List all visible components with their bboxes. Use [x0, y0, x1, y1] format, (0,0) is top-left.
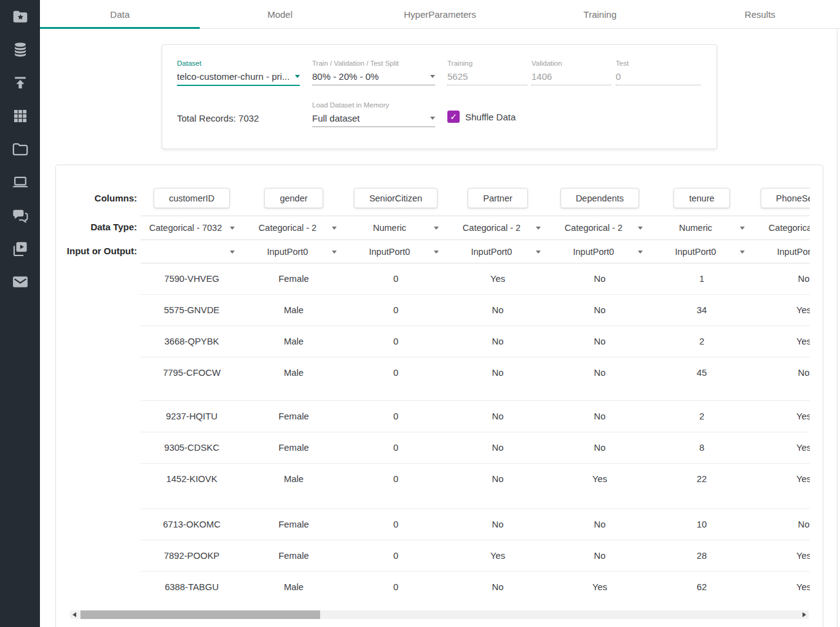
scroll-right-arrow-icon[interactable]	[803, 612, 806, 617]
cell: Female	[243, 401, 345, 432]
table-row: 3668-QPYBKMale0NoNo2Yes	[141, 326, 810, 357]
input-output-select-PhoneService[interactable]: InputPort0	[753, 240, 810, 263]
cell: 6713-OKOMC	[141, 509, 243, 540]
chevron-down-icon	[295, 75, 300, 78]
cell: Yes	[447, 263, 549, 294]
sidebar-item-chat[interactable]	[0, 199, 40, 232]
cell: 0	[345, 432, 447, 463]
sidebar-item-datasets[interactable]	[0, 33, 40, 66]
horizontal-scrollbar[interactable]	[70, 610, 809, 619]
chevron-down-icon	[430, 117, 435, 120]
column-chip-SeniorCitizen[interactable]: SeniorCitizen	[354, 188, 438, 208]
scroll-left-arrow-icon[interactable]	[73, 612, 76, 617]
chevron-down-icon	[230, 251, 235, 254]
cell: 0	[345, 263, 447, 294]
data-type-select-tenure[interactable]: Numeric	[651, 216, 753, 240]
tab-training[interactable]: Training	[520, 0, 680, 28]
table-row: 7795-CFOCWMale0NoNo45No	[141, 357, 810, 401]
tab-model[interactable]: Model	[200, 0, 359, 28]
cell: Yes	[753, 572, 810, 602]
sidebar-item-upload[interactable]	[0, 66, 40, 99]
input-output-select-Partner[interactable]: InputPort0	[447, 240, 549, 263]
column-chip-Dependents[interactable]: Dependents	[560, 188, 639, 208]
grid-icon	[11, 107, 29, 125]
column-chip-Partner[interactable]: Partner	[468, 188, 528, 208]
chevron-down-icon	[740, 227, 745, 230]
dataset-label: Dataset	[177, 58, 300, 68]
cell: No	[753, 263, 810, 294]
cell: 3668-QPYBK	[141, 326, 243, 357]
data-type-row-label: Data Type:	[90, 222, 137, 232]
cell: Male	[243, 357, 345, 388]
table-body: 7590-VHVEGFemale0YesNo1No5575-GNVDEMale0…	[141, 263, 810, 607]
data-type-select-SeniorCitizen[interactable]: Numeric	[345, 216, 447, 240]
cell: 0	[345, 401, 447, 432]
column-chip-PhoneService[interactable]: PhoneService	[761, 188, 810, 208]
sidebar-item-tutorials[interactable]	[0, 232, 40, 265]
mail-icon	[11, 273, 29, 291]
input-output-select-SeniorCitizen[interactable]: InputPort0	[345, 240, 447, 263]
chevron-down-icon	[332, 227, 337, 230]
data-type-select-gender[interactable]: Categorical - 2	[243, 216, 345, 240]
video-library-icon	[11, 240, 29, 258]
sidebar-item-projects[interactable]	[0, 0, 40, 33]
cell: 0	[345, 295, 447, 325]
folder-icon	[11, 140, 29, 158]
table-scroll-viewport[interactable]: customerIDgenderSeniorCitizenPartnerDepe…	[141, 165, 810, 607]
cell: 7892-POOKP	[141, 540, 243, 571]
cell: Male	[243, 295, 345, 325]
shuffle-data-checkbox[interactable]: ✓ Shuffle Data	[447, 111, 516, 123]
tab-data[interactable]: Data	[40, 0, 200, 28]
cell: 28	[651, 540, 753, 571]
data-type-select-Partner[interactable]: Categorical - 2	[447, 216, 549, 240]
cell: 1452-KIOVK	[141, 464, 243, 494]
total-records-text: Total Records: 7032	[177, 110, 259, 127]
cell: No	[753, 357, 810, 388]
chevron-down-icon	[638, 227, 643, 230]
column-chip-tenure[interactable]: tenure	[673, 188, 729, 208]
chevron-down-icon	[430, 75, 435, 78]
dataset-config-panel: Dataset telco-customer-churn - pri... Tr…	[162, 44, 717, 149]
training-value: 5625	[447, 71, 468, 82]
dataset-select[interactable]: Dataset telco-customer-churn - pri...	[177, 58, 300, 86]
input-output-select-Dependents[interactable]: InputPort0	[549, 240, 651, 263]
sidebar-item-apps[interactable]	[0, 99, 40, 133]
chevron-down-icon	[536, 227, 541, 230]
input-output-select-gender[interactable]: InputPort0	[243, 240, 345, 263]
cell: No	[753, 509, 810, 540]
sidebar-item-messages[interactable]	[0, 265, 40, 298]
split-select[interactable]: Train / Validation / Test Split 80% - 20…	[312, 58, 435, 85]
tab-hyperparameters[interactable]: HyperParameters	[360, 0, 520, 28]
data-type-select-Dependents[interactable]: Categorical - 2	[549, 216, 651, 240]
cell: Yes	[753, 540, 810, 571]
column-chip-customerID[interactable]: customerID	[154, 188, 230, 208]
sidebar-item-notebooks[interactable]	[0, 166, 40, 199]
cell: No	[549, 432, 651, 463]
load-in-memory-select[interactable]: Load Dataset in Memory Full dataset	[312, 100, 435, 127]
cell: No	[447, 295, 549, 325]
table-row: 9305-CDSKCFemale0NoNo8Yes	[141, 432, 810, 464]
chevron-down-icon	[638, 251, 643, 254]
table-row: 7892-POOKPFemale0YesNo28Yes	[141, 540, 810, 572]
column-chip-gender[interactable]: gender	[264, 188, 323, 208]
chevron-down-icon	[434, 251, 439, 254]
tab-results[interactable]: Results	[680, 0, 840, 28]
upload-icon	[11, 74, 29, 92]
split-label: Train / Validation / Test Split	[312, 58, 435, 68]
cell: Yes	[753, 295, 810, 325]
table-row: 9237-HQITUFemale0NoNo2Yes	[141, 401, 810, 432]
training-label: Training	[447, 58, 527, 68]
data-type-select-PhoneService[interactable]: Categorical - 2	[753, 216, 810, 240]
chevron-down-icon	[332, 251, 337, 254]
cell: Yes	[549, 464, 651, 494]
cell: 0	[345, 509, 447, 540]
cell: No	[549, 263, 651, 294]
input-output-select-tenure[interactable]: InputPort0	[651, 240, 753, 263]
sidebar-item-files[interactable]	[0, 133, 40, 166]
cell: No	[447, 509, 549, 540]
data-type-select-customerID[interactable]: Categorical - 7032	[141, 216, 243, 240]
horizontal-scrollbar-thumb[interactable]	[80, 610, 320, 619]
input-output-row-label: Input or Output:	[67, 246, 137, 256]
input-output-select-customerID[interactable]	[141, 240, 243, 263]
validation-value: 1406	[532, 71, 552, 82]
